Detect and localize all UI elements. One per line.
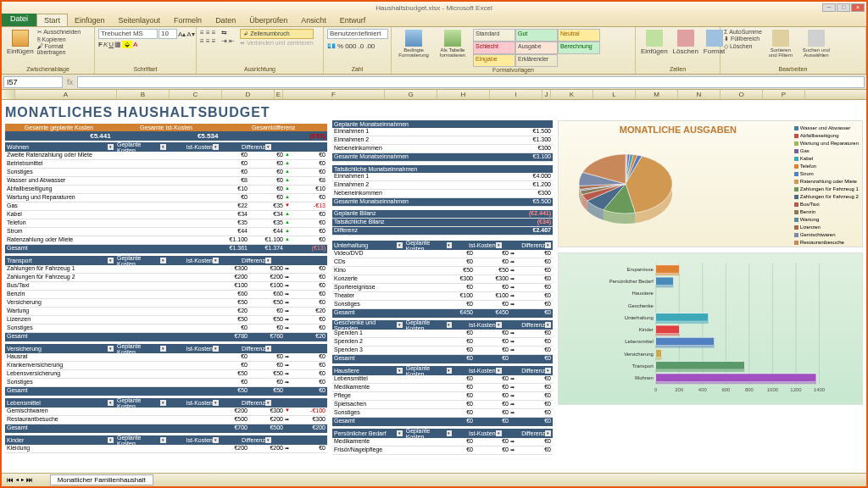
select-all-corner[interactable] — [2, 90, 15, 99]
table-row[interactable]: Medikamente€0€0➡€0 — [332, 384, 553, 392]
filter-dropdown-icon[interactable]: ▾ — [545, 368, 551, 374]
filter-dropdown-icon[interactable]: ▾ — [545, 242, 551, 248]
table-row[interactable]: Sonstiges€0€0➡€0 — [5, 324, 327, 333]
table-row[interactable]: Sportereignisse€0€0➡€0 — [332, 284, 553, 292]
table-row[interactable]: Gas€22€35▼-€13 — [5, 202, 327, 211]
filter-dropdown-icon[interactable]: ▾ — [213, 346, 219, 352]
filter-dropdown-icon[interactable]: ▾ — [213, 144, 219, 150]
table-row[interactable]: Betriebsmittel€0€0▲€0 — [5, 160, 327, 169]
ribbon-tab-überprüfen[interactable]: Überprüfen — [242, 14, 294, 26]
table-row[interactable]: Frisör/Nagelpflege€0€0➡€0 — [332, 446, 553, 455]
find-select-button[interactable]: Suchen und Auswählen — [799, 29, 833, 58]
wrap-text-button[interactable]: ↲ Zeilenumbruch — [240, 29, 313, 39]
font-color-button[interactable]: A — [133, 41, 137, 48]
increase-font-icon[interactable]: A▴ — [178, 30, 186, 38]
clear-button[interactable]: ◇ Löschen — [724, 43, 762, 50]
number-format-select[interactable]: Benutzerdefiniert — [327, 29, 388, 39]
filter-dropdown-icon[interactable]: ▾ — [213, 400, 219, 406]
fill-color-button[interactable]: ⬙ — [122, 41, 132, 48]
filter-dropdown-icon[interactable]: ▾ — [397, 430, 403, 436]
currency-button[interactable]: 💶 — [327, 42, 336, 50]
table-row[interactable]: Gesamte Monatseinnahmen€3.100 — [332, 153, 553, 162]
filter-dropdown-icon[interactable]: ▾ — [108, 258, 114, 263]
italic-button[interactable]: K — [103, 41, 108, 48]
column-header[interactable]: P — [763, 90, 805, 99]
table-row[interactable]: Versicherung€50€50➡€0 — [5, 299, 327, 308]
table-row[interactable]: Zweite Ratenzahlung oder Miete€0€0▲€0 — [5, 152, 327, 160]
table-row[interactable]: Wasser und Abwasser€8€0▲€8 — [5, 177, 327, 186]
ribbon-tab-ansicht[interactable]: Ansicht — [294, 14, 333, 26]
font-name-select[interactable]: Trebuchet MS — [98, 29, 158, 39]
cell-style-schlecht[interactable]: Schlecht — [473, 42, 515, 54]
ribbon-tab-einfügen[interactable]: Einfügen — [68, 14, 112, 26]
filter-dropdown-icon[interactable]: ▾ — [545, 322, 551, 328]
column-header[interactable]: L — [593, 90, 636, 99]
filter-dropdown-icon[interactable]: ▾ — [160, 437, 166, 443]
column-header[interactable]: E — [275, 90, 283, 99]
table-row[interactable]: Bus/Taxi€100€100➡€0 — [5, 282, 327, 291]
column-header[interactable]: C — [170, 90, 222, 99]
table-row[interactable]: Lebensversicherung€50€50➡€0 — [5, 370, 327, 379]
filter-dropdown-icon[interactable]: ▾ — [265, 258, 271, 263]
table-row[interactable]: Sonstiges€0€0▲€0 — [5, 169, 327, 177]
format-as-table-button[interactable]: Als Tabelle formatieren — [434, 29, 471, 58]
cell-style-erklärender[interactable]: Erklärender — [515, 54, 558, 67]
table-row[interactable]: Gemischtwaren€200€300▼-€100 — [5, 408, 327, 416]
filter-dropdown-icon[interactable]: ▾ — [447, 322, 452, 328]
copy-button[interactable]: ⎘ Kopieren — [37, 36, 91, 42]
table-row[interactable]: Abfallbeseitigung€10€0▲€10 — [5, 186, 327, 194]
cell-style-neutral[interactable]: Neutral — [558, 29, 600, 42]
ribbon-tab-seitenlayout[interactable]: Seitenlayout — [112, 14, 168, 26]
underline-button[interactable]: U — [108, 41, 114, 48]
minimize-button[interactable]: ─ — [822, 3, 836, 12]
file-tab[interactable]: Datei — [2, 13, 36, 26]
column-header[interactable]: J — [542, 90, 551, 99]
table-row[interactable]: Video/DVD€0€0➡€0 — [332, 250, 553, 258]
filter-dropdown-icon[interactable]: ▾ — [496, 322, 502, 328]
table-row[interactable]: Gesamte Monatseinnahmen€5.500 — [332, 198, 553, 207]
ribbon-tab-start[interactable]: Start — [36, 14, 68, 26]
font-size-select[interactable]: 10 — [159, 29, 177, 39]
ribbon-tab-formeln[interactable]: Formeln — [167, 14, 209, 26]
cell-style-gut[interactable]: Gut — [515, 29, 558, 42]
filter-dropdown-icon[interactable]: ▾ — [397, 368, 403, 374]
table-row[interactable]: Kabel€34€34▲€0 — [5, 211, 327, 219]
table-row[interactable]: Medikamente€0€0➡€0 — [332, 438, 553, 446]
column-header[interactable]: F — [283, 90, 385, 99]
column-header[interactable]: D — [222, 90, 275, 99]
format-painter-button[interactable]: 🖌 Format übertragen — [37, 43, 91, 55]
table-row[interactable]: Sonstiges€0€0➡€0 — [332, 301, 553, 309]
merge-button[interactable]: ⬌ Verbinden und zentrieren — [240, 40, 313, 47]
insert-cells-button[interactable]: Einfügen — [639, 29, 670, 56]
table-row[interactable]: Sonstiges€0€0➡€0 — [332, 409, 553, 418]
table-row[interactable]: Theater€100€100➡€0 — [332, 292, 553, 301]
table-row[interactable]: Zahlungen für Fahrzeug 1€300€300➡€0 — [5, 265, 327, 274]
fx-icon[interactable]: fx — [67, 78, 73, 86]
comma-button[interactable]: 000 — [345, 42, 356, 50]
table-row[interactable]: Lizenzen€50€50➡€0 — [5, 316, 327, 324]
filter-dropdown-icon[interactable]: ▾ — [213, 258, 219, 263]
table-row[interactable]: Konzerte€300€300➡€0 — [332, 275, 553, 284]
column-header[interactable]: I — [490, 90, 542, 99]
column-header[interactable]: K — [551, 90, 593, 99]
filter-dropdown-icon[interactable]: ▾ — [265, 144, 271, 150]
table-row[interactable]: Zahlungen für Fahrzeug 2€200€200➡€0 — [5, 274, 327, 282]
formula-input[interactable] — [77, 76, 865, 88]
filter-dropdown-icon[interactable]: ▾ — [160, 400, 166, 406]
filter-dropdown-icon[interactable]: ▾ — [160, 144, 166, 150]
table-row[interactable]: Einnahmen 1€1.500 — [332, 128, 553, 136]
table-row[interactable]: Lebensmittel€0€0➡€0 — [332, 375, 553, 384]
table-row[interactable]: Einnahmen 1€4.000 — [332, 173, 553, 181]
ribbon-tab-daten[interactable]: Daten — [209, 14, 242, 26]
filter-dropdown-icon[interactable]: ▾ — [397, 322, 403, 328]
autosum-button[interactable]: Σ AutoSumme — [724, 29, 762, 35]
inc-decimal-button[interactable]: .0 — [358, 42, 364, 50]
filter-dropdown-icon[interactable]: ▾ — [108, 400, 114, 406]
table-row[interactable]: Sonstiges€0€0➡€0 — [5, 379, 327, 387]
ribbon-tab-entwurf[interactable]: Entwurf — [333, 14, 373, 26]
table-row[interactable]: Pflege€0€0➡€0 — [332, 392, 553, 401]
paste-button[interactable]: Einfügen — [5, 29, 36, 56]
sort-filter-button[interactable]: Sortieren und Filtern — [764, 29, 798, 58]
align-bottom-row[interactable]: ≡ ≡ ≡ ⇥ ⇤ — [200, 37, 235, 45]
filter-dropdown-icon[interactable]: ▾ — [265, 437, 271, 443]
